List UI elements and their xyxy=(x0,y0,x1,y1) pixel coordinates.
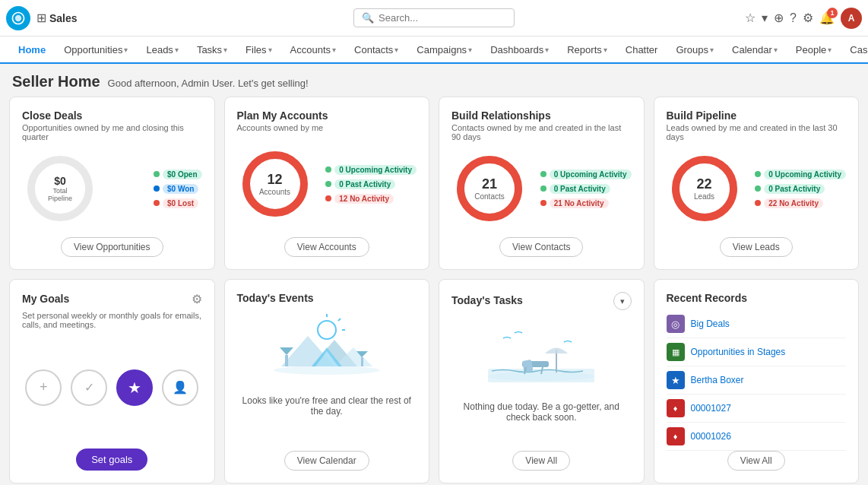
nav-item-dashboards[interactable]: Dashboards ▾ xyxy=(481,36,558,64)
svg-point-0 xyxy=(15,14,21,21)
view-all-recent-button[interactable]: View All xyxy=(727,451,785,471)
todays-events-card: Today's Events xyxy=(224,279,430,483)
tasks-illustration xyxy=(451,312,632,395)
events-illustration xyxy=(237,306,417,389)
dashboard: Close Deals Opportunities owned by me an… xyxy=(0,97,868,485)
dot-upcoming xyxy=(325,166,331,173)
star-icon[interactable]: ☆ xyxy=(745,11,756,25)
pipeline-subtitle: Leads owned by me and created in the las… xyxy=(667,123,847,141)
checkmark-goal-circle[interactable]: ✓ xyxy=(71,369,107,406)
person-goal-circle[interactable]: 👤 xyxy=(162,369,198,406)
dot-won xyxy=(154,185,160,192)
pipeline-title: Build Pipeline xyxy=(667,109,847,122)
leads-value: 22 xyxy=(694,176,714,192)
page-header: Seller Home Good afternoon, Admin User. … xyxy=(0,64,868,97)
case1027-icon: ♦ xyxy=(667,399,685,417)
recent-item-bertha[interactable]: ★ Bertha Boxer xyxy=(667,366,847,395)
recent-item-opp-stages[interactable]: ▦ Opportunities in Stages xyxy=(667,338,847,366)
app-name[interactable]: Sales xyxy=(49,12,78,24)
nav-item-accounts[interactable]: Accounts ▾ xyxy=(281,36,345,64)
nav-item-groups[interactable]: Groups ▾ xyxy=(667,36,723,64)
view-calendar-button[interactable]: View Calendar xyxy=(284,451,369,471)
salesforce-logo[interactable] xyxy=(6,6,30,30)
nav-item-tasks[interactable]: Tasks ▾ xyxy=(188,36,236,64)
recent-item-big-deals[interactable]: ◎ Big Deals xyxy=(667,310,847,338)
tasks-dropdown[interactable]: ▾ xyxy=(613,292,632,310)
accounts-legend-past: 0 Past Activity xyxy=(325,179,417,189)
recent-records-card: Recent Records ◎ Big Deals ▦ Opportuniti… xyxy=(654,279,860,483)
badge-p-no: 22 No Activity xyxy=(764,198,823,208)
close-deals-title: Close Deals xyxy=(22,109,202,122)
add-icon[interactable]: ⊕ xyxy=(774,11,784,25)
page-subtitle: Good afternoon, Admin User. Let's get se… xyxy=(108,78,309,89)
tasks-empty-text: Nothing due today. Be a go-getter, and c… xyxy=(451,401,632,423)
chevron-icon: ▾ xyxy=(124,46,128,54)
dropdown-icon[interactable]: ▾ xyxy=(762,11,768,25)
case1026-link[interactable]: 00001026 xyxy=(691,431,731,442)
view-accounts-button[interactable]: View Accounts xyxy=(284,237,369,257)
nav-item-reports[interactable]: Reports ▾ xyxy=(558,36,616,64)
user-avatar[interactable]: A xyxy=(841,8,862,29)
relationships-legend: 0 Upcoming Activity 0 Past Activity 21 N… xyxy=(540,170,632,208)
dot-no xyxy=(325,195,331,201)
leads-donut: 22 Leads xyxy=(667,151,743,227)
recent-item-00001027[interactable]: ♦ 00001027 xyxy=(667,395,847,423)
nav-item-cases[interactable]: Cases ▾ xyxy=(841,36,868,64)
nav-item-leads[interactable]: Leads ▾ xyxy=(137,36,187,64)
nav-item-people[interactable]: People ▾ xyxy=(787,36,841,64)
view-opportunities-button[interactable]: View Opportunities xyxy=(61,237,163,257)
nav-item-chatter[interactable]: Chatter xyxy=(616,36,667,64)
chevron-icon: ▾ xyxy=(603,46,607,54)
svg-point-8 xyxy=(274,366,380,375)
nav-item-contacts[interactable]: Contacts ▾ xyxy=(345,36,407,64)
accounts-legend-upcoming: 0 Upcoming Activity xyxy=(325,165,417,175)
case1027-link[interactable]: 00001027 xyxy=(691,403,731,414)
view-all-tasks-button[interactable]: View All xyxy=(512,451,570,471)
star-goal-circle[interactable]: ★ xyxy=(116,369,153,406)
opp-stages-link[interactable]: Opportunities in Stages xyxy=(691,347,786,357)
notification-bell[interactable]: 🔔1 xyxy=(819,11,835,25)
close-deals-donut: $0 Total Pipeline xyxy=(22,151,98,227)
nav-item-opportunities[interactable]: Opportunities ▾ xyxy=(55,36,137,64)
opp-stages-icon: ▦ xyxy=(667,343,685,361)
pipeline-legend: 0 Upcoming Activity 0 Past Activity 22 N… xyxy=(755,170,846,208)
secondary-nav: Home Opportunities ▾ Leads ▾ Tasks ▾ Fil… xyxy=(0,36,868,64)
badge-past: 0 Past Activity xyxy=(334,179,395,189)
badge-p-past: 0 Past Activity xyxy=(764,184,825,194)
accounts-legend-no: 12 No Activity xyxy=(325,194,417,204)
big-deals-link[interactable]: Big Deals xyxy=(691,319,730,329)
tasks-header: Today's Tasks ▾ xyxy=(451,292,632,310)
view-contacts-button[interactable]: View Contacts xyxy=(499,237,583,257)
chevron-icon: ▾ xyxy=(268,46,272,54)
bertha-link[interactable]: Bertha Boxer xyxy=(691,375,744,385)
nav-item-home[interactable]: Home xyxy=(9,36,55,64)
badge-won: $0 Won xyxy=(163,184,198,194)
chevron-icon: ▾ xyxy=(332,46,336,54)
recent-item-00001026[interactable]: ♦ 00001026 xyxy=(667,423,847,451)
case1026-icon: ♦ xyxy=(667,427,685,445)
svg-rect-20 xyxy=(361,357,363,366)
goals-settings-icon[interactable]: ⚙ xyxy=(192,292,202,306)
close-deals-card: Close Deals Opportunities owned by me an… xyxy=(9,97,215,270)
nav-item-calendar[interactable]: Calendar ▾ xyxy=(723,36,787,64)
add-goal-circle[interactable]: + xyxy=(25,369,62,406)
events-empty-text: Looks like you're free and clear the res… xyxy=(237,395,417,417)
plan-my-accounts-card: Plan My Accounts Accounts owned by me 12… xyxy=(224,97,430,270)
grid-icon[interactable]: ⊞ xyxy=(36,11,46,25)
dot-p-past xyxy=(755,185,761,192)
nav-item-files[interactable]: Files ▾ xyxy=(236,36,280,64)
chevron-icon: ▾ xyxy=(545,46,549,54)
dot-r-upcoming xyxy=(540,171,546,177)
dot-open xyxy=(154,171,160,177)
settings-icon[interactable]: ⚙ xyxy=(803,11,813,25)
nav-item-campaigns[interactable]: Campaigns ▾ xyxy=(407,36,481,64)
close-deals-legend: $0 Open $0 Won $0 Lost xyxy=(154,170,201,208)
chevron-icon: ▾ xyxy=(774,46,778,54)
view-leads-button[interactable]: View Leads xyxy=(720,237,793,257)
help-icon[interactable]: ? xyxy=(790,11,797,25)
accounts-legend: 0 Upcoming Activity 0 Past Activity 12 N… xyxy=(325,165,417,204)
chevron-icon: ▾ xyxy=(468,46,472,54)
set-goals-button[interactable]: Set goals xyxy=(76,449,147,471)
search-input[interactable] xyxy=(379,12,506,24)
goals-circles: + ✓ ★ 👤 xyxy=(22,338,202,436)
